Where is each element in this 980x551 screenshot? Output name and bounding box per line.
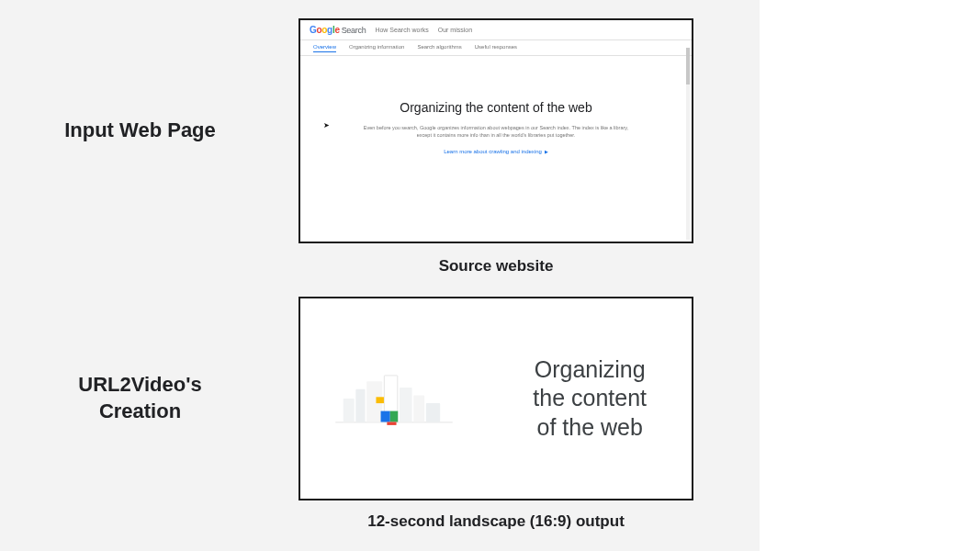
cursor-icon: ➤ (323, 121, 330, 129)
library-illustration (344, 367, 445, 430)
mini-tabs: Overview Organizing information Search a… (300, 40, 692, 56)
mini-nav-our-mission: Our mission (438, 27, 472, 33)
label-url2video-line1: URL2Video's (78, 373, 201, 396)
google-search-logo: GoogleSearch (310, 25, 366, 35)
label-url2video-creation: URL2Video's Creation (0, 372, 299, 424)
mini-tab-organizing: Organizing information (349, 44, 404, 52)
mini-tab-algorithms: Search algorithms (417, 44, 461, 52)
mini-tab-responses: Useful responses (475, 44, 517, 52)
mini-tab-overview: Overview (313, 44, 336, 52)
row-input-webpage: Input Web Page GoogleSearch How Search w… (0, 18, 980, 243)
caption-video-output: 12-second landscape (16:9) output (299, 512, 693, 531)
caption-source-website: Source website (299, 257, 693, 276)
panel-source-website: GoogleSearch How Search works Our missio… (299, 18, 693, 243)
mini-header: GoogleSearch How Search works Our missio… (300, 20, 692, 40)
mini-title: Organizing the content of the web (300, 100, 692, 115)
video-title-area: Organizing the content of the web (488, 298, 692, 499)
scrollbar (686, 48, 690, 240)
video-title-line3: of the web (537, 414, 643, 440)
mini-body: Organizing the content of the web Even b… (300, 56, 692, 157)
video-title: Organizing the content of the web (533, 355, 647, 442)
panel-video-output: Organizing the content of the web (299, 297, 693, 500)
row-url2video-creation: URL2Video's Creation Organizing the cont… (0, 297, 980, 500)
label-url2video-line2: Creation (99, 399, 181, 422)
mini-learn-more-link: Learn more about crawling and indexing (444, 149, 548, 154)
mini-nav-how-search-works: How Search works (375, 27, 428, 33)
video-title-line2: the content (533, 385, 647, 410)
video-title-line1: Organizing (535, 356, 646, 382)
mini-description: Even before you search, Google organizes… (363, 124, 629, 140)
scrollbar-thumb (686, 48, 690, 84)
video-graphic-area (300, 298, 488, 499)
label-input-webpage: Input Web Page (0, 118, 299, 144)
